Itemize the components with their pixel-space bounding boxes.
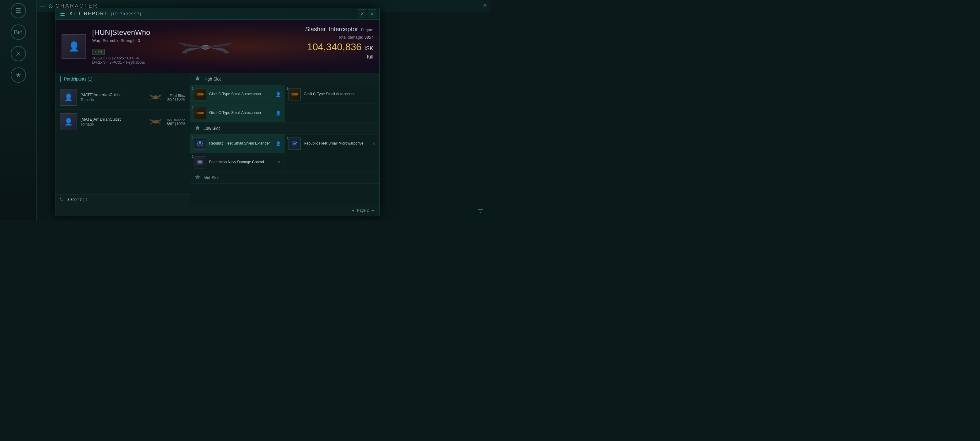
sidebar-menu-icon[interactable]: ☰ [11, 3, 26, 18]
svg-point-29 [297, 143, 298, 144]
kill-tag: ↑ Kill [92, 49, 105, 54]
svg-marker-13 [157, 119, 162, 123]
character-icon: ⊙ [48, 3, 53, 10]
x-icon-low-2: ✕ [372, 141, 376, 146]
mid-slot-title: Mid Slot [204, 175, 219, 180]
low-slot-3-name: Federation Navy Damage Control [209, 160, 274, 165]
modal-title: KILL REPORT [ID:7099997] [70, 11, 142, 16]
next-page-button[interactable]: ► [371, 208, 375, 213]
participant-ship-1: Tornado [81, 98, 145, 102]
stat-values-1: 3857 | 100% [166, 97, 185, 101]
svg-marker-10 [157, 95, 162, 98]
participants-panel: Participants [1] 👤 [MATE]AmarrianCultist… [56, 73, 190, 216]
bio-label: Bio [14, 29, 23, 36]
victim-info: [HUN]StevenWho Warp Scramble Strength: 0… [92, 28, 150, 65]
low-slot-icon [195, 125, 200, 132]
participant-ship-icon-1 [149, 92, 162, 103]
svg-point-7 [224, 52, 227, 53]
modal-close-button[interactable]: × [368, 10, 376, 18]
prev-page-button[interactable]: ◄ [351, 208, 355, 213]
ship-name-type: Slasher Interceptor Frigate [305, 26, 373, 33]
participants-header: Participants [1] [56, 73, 190, 85]
person-icon-low-1: 👤 [275, 141, 281, 146]
autocannon-icon-1 [194, 88, 206, 100]
svg-rect-18 [296, 94, 298, 95]
high-slots-grid: 1 Gistii C-Type Small Autocannon 👤 [190, 85, 379, 123]
high-slot-item-2[interactable]: 1 Gistii C-Type Small Autocannon [285, 85, 379, 104]
external-link-button[interactable]: ↗ [358, 10, 366, 18]
high-slot-header: High Slot [190, 73, 379, 85]
autocannon-icon-3 [194, 107, 206, 119]
high-slot-item-3[interactable]: 1 Gistii C-Type Small Autocannon 👤 [190, 104, 285, 123]
mwd-icon [288, 137, 301, 150]
participant-details-1: [MATE]AmarrianCultist Tornado [81, 92, 145, 102]
sidebar: ☰ Bio ⚔ ★ [0, 0, 37, 221]
page-indicator: Page 2 [357, 208, 369, 213]
kill-report-modal: ☰ KILL REPORT [ID:7099997] ↗ × 👤 [HUN]St… [55, 8, 380, 216]
header-accent-line [60, 76, 61, 82]
low-slots-grid: 1 Republic Fleet Small Shield Extender 👤 [190, 134, 379, 172]
low-slot-item-2[interactable]: 1 Republic Fleet Small Microwa [285, 134, 379, 153]
kill-header: 👤 [HUN]StevenWho Warp Scramble Strength:… [56, 20, 379, 73]
sidebar-medal-icon[interactable]: ★ [11, 67, 26, 83]
participants-title: Participants [1] [64, 76, 92, 81]
hamburger-icon[interactable]: ☰ [40, 2, 45, 10]
kill-location: D4-2XN < 3-PC31 < Feythabolis [92, 60, 150, 65]
svg-point-27 [294, 143, 296, 145]
svg-point-22 [197, 112, 199, 114]
person-icon-3: 👤 [275, 111, 281, 115]
total-damage: Total damage: 3857 [305, 34, 373, 40]
isk-display: 104,340,836 ISK [305, 41, 373, 53]
content-area: Participants [1] 👤 [MATE]AmarrianCultist… [56, 73, 379, 216]
svg-point-5 [204, 48, 207, 49]
kill-stats: Slasher Interceptor Frigate Total damage… [305, 26, 373, 60]
close-button[interactable]: × [483, 2, 487, 10]
svg-rect-15 [202, 94, 204, 95]
low-slot-item-1[interactable]: 1 Republic Fleet Small Shield Extender 👤 [190, 134, 285, 153]
mid-slot-header: Mid Slot [190, 172, 379, 184]
victim-warp: Warp Scramble Strength: 0 [92, 38, 150, 43]
svg-point-16 [197, 93, 199, 95]
sidebar-bio-icon[interactable]: Bio [11, 24, 26, 40]
combat-icon: ⚔ [16, 50, 21, 57]
modal-menu-icon[interactable]: ☰ [60, 10, 65, 17]
kill-result: Kill [305, 54, 373, 60]
modal-header: ☰ KILL REPORT [ID:7099997] ↗ × [56, 8, 379, 20]
stat-values-2: 3857 | 100% [166, 122, 185, 126]
participant-avatar-1: 👤 [60, 89, 77, 106]
modal-footer: ◄ Page 2 ► [56, 205, 379, 216]
participant-ship-icon-2 [149, 116, 162, 127]
footer-page-nav: ◄ Page 2 ► [351, 208, 375, 213]
mid-slot-icon [195, 174, 200, 181]
medal-icon: ★ [16, 72, 21, 79]
low-slot-header: Low Slot [190, 123, 379, 134]
sidebar-combat-icon[interactable]: ⚔ [11, 46, 26, 61]
footer-count: 1 [86, 197, 88, 202]
participant-avatar-2: 👤 [60, 113, 77, 130]
low-slot-1-name: Republic Fleet Small Shield Extender [209, 141, 272, 146]
low-slot-title: Low Slot [204, 126, 220, 131]
kill-timestamp: 2022/05/05 12:45:57 UTC -4 [92, 56, 150, 60]
main-window: ☰ ⊙ CHARACTER × ☰ KILL REPORT [ID:709999… [37, 0, 490, 221]
high-slot-empty [285, 104, 379, 123]
slots-panel: High Slot 1 Gistii C-Type Sm [190, 73, 379, 216]
x-icon-low-3: ✕ [277, 160, 281, 165]
high-slot-3-name: Gistii C-Type Small Autocannon [209, 111, 272, 115]
svg-marker-12 [150, 119, 154, 123]
avatar-image: 👤 [62, 35, 86, 58]
participant-item[interactable]: 👤 [MATE]AmarrianCultist Tornado [56, 85, 190, 110]
high-slot-item-1[interactable]: 1 Gistii C-Type Small Autocannon 👤 [190, 85, 285, 104]
svg-point-28 [296, 142, 297, 143]
high-slot-icon [195, 76, 200, 83]
victim-name: [HUN]StevenWho [92, 28, 150, 37]
damage-control-icon [194, 156, 206, 169]
low-slot-2-name: Republic Fleet Small Microwarpdrive [304, 141, 369, 146]
participant-stats-2: Top Damage 3857 | 100% [166, 118, 185, 126]
victim-avatar: 👤 [62, 34, 86, 59]
svg-point-6 [185, 52, 187, 53]
ship-image [172, 26, 239, 70]
filter-button[interactable] [477, 208, 484, 216]
participant-item-2[interactable]: 👤 [MATE]AmarrianCultist Tornado [56, 110, 190, 134]
low-slot-item-3[interactable]: 1 Federation Navy Damage Control ✕ [190, 153, 285, 172]
participant-ship-2: Tornado [81, 122, 145, 126]
